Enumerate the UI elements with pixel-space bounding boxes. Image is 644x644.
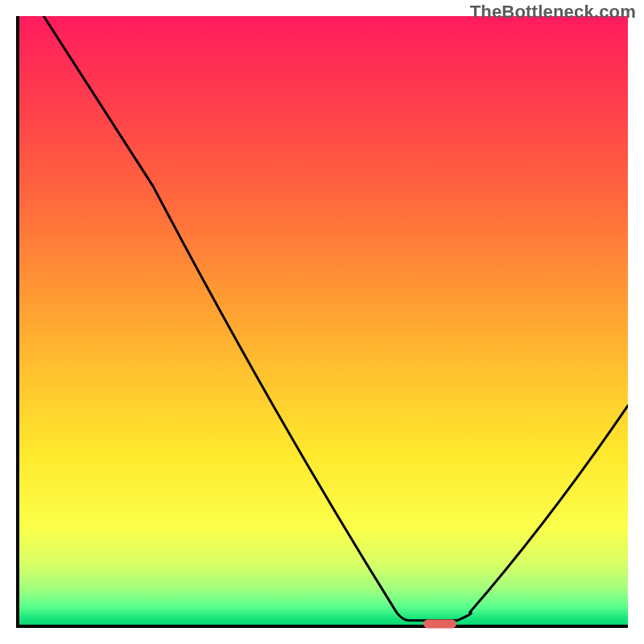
- plot-area: [16, 16, 628, 628]
- watermark-text: TheBottleneck.com: [470, 2, 636, 23]
- optimal-range-marker: [423, 619, 457, 628]
- chart-container: TheBottleneck.com: [0, 0, 644, 644]
- gradient-background: [19, 16, 628, 625]
